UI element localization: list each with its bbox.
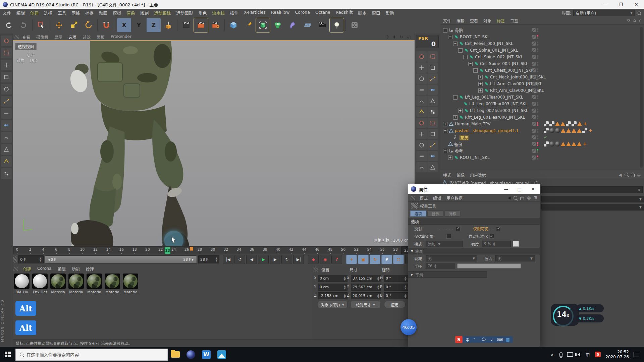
checker-tag-icon[interactable] bbox=[549, 121, 554, 126]
object-manager-scrollbar[interactable] bbox=[640, 27, 643, 168]
toggle-view-icon[interactable]: ◱ bbox=[407, 35, 411, 40]
paint-tool-icon[interactable] bbox=[1, 156, 12, 167]
am-menu-编辑[interactable]: 编辑 bbox=[454, 172, 467, 178]
expand-icon[interactable]: + bbox=[478, 88, 483, 93]
tree-row[interactable]: 备份 bbox=[443, 141, 462, 147]
am-menu-模式[interactable]: 模式 bbox=[440, 172, 454, 178]
menu-渲染[interactable]: 渲染 bbox=[124, 10, 138, 16]
collapse-icon[interactable]: − bbox=[453, 42, 458, 46]
layer-icon[interactable] bbox=[532, 68, 536, 72]
drag-grip-icon[interactable] bbox=[13, 267, 18, 271]
key-pla-toggle[interactable]: ∷ bbox=[393, 255, 404, 264]
menu-Redshift[interactable]: Redshift bbox=[333, 10, 356, 16]
taskbar-clock[interactable]: 20:522020-07-26 bbox=[605, 350, 629, 360]
visibility-dots[interactable] bbox=[537, 115, 538, 119]
layer-icon[interactable] bbox=[532, 149, 536, 153]
magnet-tool[interactable] bbox=[99, 18, 113, 32]
record-keyframe-button[interactable]: ◆ bbox=[308, 255, 319, 264]
palette-icon[interactable] bbox=[427, 73, 438, 84]
search-icon[interactable] bbox=[514, 196, 517, 200]
selected-only-checkbox[interactable] bbox=[446, 234, 451, 239]
layer-icon[interactable] bbox=[532, 28, 536, 32]
visibility-dots[interactable] bbox=[537, 42, 538, 46]
palette-icon[interactable] bbox=[416, 62, 427, 73]
render-dot[interactable] bbox=[537, 64, 538, 66]
tri-tag-icon[interactable] bbox=[555, 122, 560, 126]
autonormalize-checkbox[interactable]: ✓ bbox=[489, 234, 494, 239]
layer-icon[interactable] bbox=[532, 75, 536, 79]
editor-dot[interactable] bbox=[537, 149, 538, 150]
project-checkbox[interactable]: ✓ bbox=[456, 226, 461, 231]
tree-row[interactable]: +ROOT_JNT_SKL bbox=[448, 154, 490, 161]
om-menu-文件[interactable]: 文件 bbox=[440, 18, 454, 23]
keyframe-selection-button[interactable]: ? bbox=[331, 255, 342, 264]
play-backwards-button[interactable]: ↺ bbox=[234, 255, 245, 264]
render-dot[interactable] bbox=[537, 77, 538, 79]
material-item[interactable]: Materia bbox=[86, 274, 103, 294]
visibility-dots[interactable] bbox=[537, 122, 538, 126]
goto-start-button[interactable]: |◀ bbox=[223, 255, 233, 264]
palette-icon[interactable] bbox=[416, 129, 427, 139]
palette-icon[interactable] bbox=[427, 107, 438, 117]
camera-menu[interactable] bbox=[315, 18, 329, 32]
coord-system-toggle[interactable] bbox=[161, 18, 175, 32]
taskbar-cinema4d-icon[interactable] bbox=[183, 347, 199, 362]
lock-icon[interactable] bbox=[631, 174, 635, 177]
visibility-dots[interactable] bbox=[537, 129, 538, 133]
render-dot[interactable] bbox=[537, 51, 538, 52]
edges-mode-icon[interactable] bbox=[1, 96, 12, 107]
visibility-dots[interactable] bbox=[537, 142, 538, 146]
visibility-dots[interactable] bbox=[537, 102, 538, 106]
palette-icon[interactable] bbox=[427, 162, 438, 172]
radius-slider[interactable] bbox=[457, 263, 521, 268]
visibility-dots[interactable] bbox=[537, 28, 538, 32]
relative-mode-dropdown[interactable]: 对象 (相对)▼ bbox=[318, 301, 347, 308]
network-speed-overlay[interactable]: 14x ▲0.1K/s ▼0.3K/s bbox=[551, 301, 601, 328]
viewport-menu-面板[interactable]: 面板 bbox=[94, 34, 108, 40]
material-item[interactable]: Materia bbox=[122, 274, 139, 294]
editor-dot[interactable] bbox=[537, 68, 538, 70]
menu-雕刻[interactable]: 雕刻 bbox=[138, 10, 151, 16]
palette-icon[interactable] bbox=[427, 129, 438, 139]
radius-field[interactable]: 76▲▼ bbox=[426, 263, 454, 269]
menu-创建[interactable]: 创建 bbox=[28, 10, 41, 16]
viewport-menu-显示[interactable]: 显示 bbox=[51, 34, 65, 40]
editor-dot[interactable] bbox=[537, 55, 538, 57]
layout-tool-icon[interactable] bbox=[1, 168, 12, 179]
polygons-mode-icon[interactable] bbox=[1, 108, 12, 119]
layer-icon[interactable] bbox=[532, 129, 536, 133]
make-editable-icon[interactable] bbox=[1, 36, 12, 46]
render-dot[interactable] bbox=[537, 131, 538, 133]
menu-帮助[interactable]: 帮助 bbox=[383, 10, 397, 16]
render-dot[interactable] bbox=[537, 31, 538, 32]
tri-tag-icon[interactable] bbox=[572, 128, 576, 133]
viewport-menu-查看[interactable]: 查看 bbox=[19, 34, 33, 40]
weight-tool-tab-2[interactable]: 显示 bbox=[427, 210, 443, 217]
viewport-canvas[interactable]: 透视视图 总计 对象193 网格间距 : 1000 cm bbox=[13, 40, 415, 246]
render-dot[interactable] bbox=[537, 138, 538, 139]
menu-Corona[interactable]: Corona bbox=[292, 10, 312, 16]
mat-menu-功能[interactable]: 功能 bbox=[69, 266, 83, 272]
material-item[interactable]: Materia bbox=[50, 274, 66, 294]
taskbar-search-input[interactable]: 在这里输入你要搜索的内容 bbox=[15, 349, 168, 361]
render-dot[interactable] bbox=[537, 151, 538, 153]
tree-row[interactable]: +Rht_Leg_001Tear000_JNT_SKL bbox=[453, 114, 525, 121]
axis-y-toggle[interactable]: Y bbox=[132, 18, 146, 32]
end-frame-field[interactable]: 58 F▲▼ bbox=[198, 255, 219, 263]
search-icon[interactable] bbox=[637, 11, 641, 15]
menu-模拟[interactable]: 模拟 bbox=[110, 10, 124, 16]
dice-icon[interactable] bbox=[347, 18, 362, 32]
drag-grip-icon[interactable] bbox=[14, 35, 19, 39]
om-menu-标签[interactable]: 标签 bbox=[494, 18, 507, 23]
sphere-tag-icon[interactable] bbox=[555, 128, 560, 133]
tray-expand-icon[interactable]: ∧ bbox=[549, 352, 555, 357]
size-field[interactable]: 79.563 cm▲▼ bbox=[351, 284, 381, 291]
preview-range-slider[interactable]: ◂ 0 F 58 F ▸ bbox=[45, 255, 197, 263]
generators-menu[interactable] bbox=[271, 18, 285, 32]
render-dot[interactable] bbox=[537, 158, 538, 160]
checker-tag-icon[interactable] bbox=[566, 121, 571, 126]
render-dot[interactable] bbox=[537, 118, 538, 119]
mat-menu-创建[interactable]: 创建 bbox=[20, 266, 34, 272]
play-button[interactable]: ▶ bbox=[258, 255, 269, 264]
visibility-dots[interactable] bbox=[537, 88, 538, 93]
